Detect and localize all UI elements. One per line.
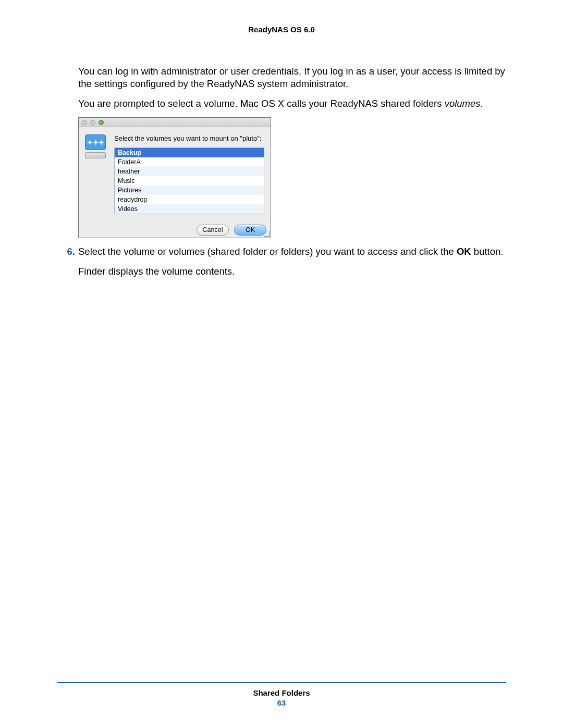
window-close-dot[interactable]	[82, 120, 87, 125]
footer-rule	[57, 682, 506, 683]
network-drive-icon: ✦✦✦	[84, 134, 107, 158]
list-item[interactable]: Pictures	[115, 186, 264, 195]
dialog-prompt: Select the volumes you want to mount on …	[114, 134, 264, 143]
paragraph-login: You can log in with administrator or use…	[78, 65, 506, 90]
paragraph-finder: Finder displays the volume contents.	[78, 265, 506, 278]
list-item[interactable]: heather	[115, 167, 264, 176]
paragraph-volumes-b: volumes	[445, 98, 481, 109]
list-item[interactable]: readydrop	[115, 195, 264, 204]
footer-page-number: 63	[57, 698, 506, 707]
step-text-c: button.	[471, 246, 504, 257]
step-text-b: OK	[457, 246, 471, 257]
list-item[interactable]: FolderA	[115, 157, 264, 167]
cancel-button[interactable]: Cancel	[197, 225, 229, 236]
macos-volume-dialog: ✦✦✦ Select the volumes you want to mount…	[78, 117, 271, 238]
dialog-titlebar	[79, 118, 271, 127]
list-item[interactable]: Videos	[115, 204, 264, 214]
ok-button[interactable]: OK	[234, 225, 266, 236]
people-glyph: ✦✦✦	[87, 139, 104, 146]
page-header: ReadyNAS OS 6.0	[57, 25, 506, 34]
volume-list[interactable]: Backup FolderA heather Music Pictures re…	[114, 147, 264, 214]
list-item[interactable]: Backup	[115, 148, 264, 157]
page-footer: Shared Folders 63	[57, 682, 506, 707]
paragraph-volumes: You are prompted to select a volume. Mac…	[78, 97, 506, 110]
resize-handle-icon[interactable]	[263, 230, 270, 237]
step-6: 6. Select the volume or volumes (shared …	[63, 245, 506, 258]
window-zoom-dot[interactable]	[99, 120, 104, 125]
window-minimize-dot[interactable]	[90, 120, 95, 125]
step-text-a: Select the volume or volumes (shared fol…	[78, 246, 457, 257]
paragraph-volumes-c: .	[481, 98, 483, 109]
footer-section: Shared Folders	[57, 688, 506, 697]
step-number: 6.	[63, 245, 78, 258]
paragraph-volumes-a: You are prompted to select a volume. Mac…	[78, 98, 445, 109]
step-text: Select the volume or volumes (shared fol…	[78, 245, 506, 258]
list-item[interactable]: Music	[115, 176, 264, 186]
